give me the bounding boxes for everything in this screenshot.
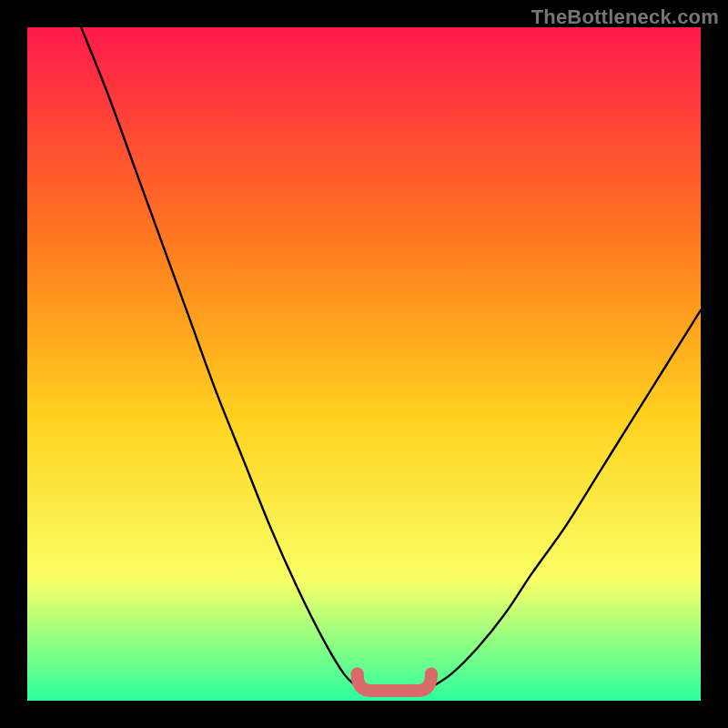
gradient-background <box>27 27 701 701</box>
chart-frame: TheBottleneck.com <box>0 0 728 728</box>
watermark-text: TheBottleneck.com <box>531 5 719 29</box>
plot-area <box>27 27 701 701</box>
marker-dot <box>351 667 364 680</box>
bottleneck-curve-chart <box>27 27 701 701</box>
